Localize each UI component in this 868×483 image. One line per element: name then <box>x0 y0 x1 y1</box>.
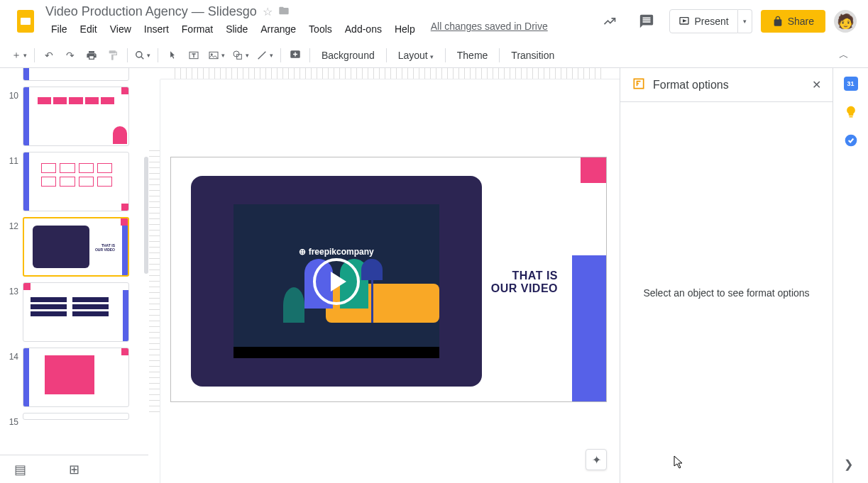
menu-arrange[interactable]: Arrange <box>255 21 302 38</box>
play-icon[interactable] <box>313 258 360 305</box>
present-label: Present <box>694 16 728 27</box>
slide-number: 14 <box>6 348 18 407</box>
format-options-panel: Format options ✕ Select an object to see… <box>620 68 833 483</box>
select-tool[interactable] <box>163 45 182 65</box>
menu-help[interactable]: Help <box>389 21 421 38</box>
zoom-button[interactable] <box>132 45 153 65</box>
format-options-icon <box>632 77 646 94</box>
format-empty-message: Select an object to see format options <box>643 287 809 299</box>
calendar-icon[interactable]: 31 <box>844 77 858 91</box>
tasks-icon[interactable] <box>844 133 858 148</box>
comments-icon[interactable] <box>632 7 661 35</box>
present-button[interactable]: Present <box>669 9 737 33</box>
slides-app-icon[interactable] <box>11 7 40 35</box>
save-status[interactable]: All changes saved in Drive <box>431 21 548 38</box>
svg-marker-3 <box>683 20 686 22</box>
horizontal-ruler <box>160 68 620 79</box>
side-panel: 31 ❯ <box>833 68 868 483</box>
slide-thumbnail-12-selected[interactable]: THAT ISOUR VIDEO <box>23 217 129 277</box>
transition-button[interactable]: Transition <box>504 50 561 61</box>
video-placeholder[interactable]: ⊕ freepikcompany <box>191 176 482 387</box>
menu-edit[interactable]: Edit <box>75 21 103 38</box>
app-header: Video Production Agency — Slidesgo ☆ Fil… <box>0 0 868 43</box>
vertical-ruler <box>149 79 160 483</box>
slide-number: 12 <box>6 217 18 277</box>
decoration-purple-bar <box>572 255 606 401</box>
menu-tools[interactable]: Tools <box>303 21 338 38</box>
slide-canvas[interactable]: ⊕ freepikcompany THAT IS OUR VIDEO <box>170 157 607 402</box>
slide-thumbnail-14[interactable] <box>23 348 129 407</box>
text-line-2: OUR VIDEO <box>491 282 558 295</box>
text-line-1: THAT IS <box>491 270 558 282</box>
canvas-area[interactable]: ⊕ freepikcompany THAT IS OUR VIDEO <box>149 68 620 483</box>
line-tool[interactable] <box>253 45 276 65</box>
new-slide-button[interactable]: ＋ <box>9 45 30 65</box>
format-panel-title: Format options <box>653 79 805 91</box>
slide-filmstrip[interactable]: 10 11 12 THAT ISOUR VIDEO 13 <box>0 68 149 483</box>
menu-addons[interactable]: Add-ons <box>339 21 388 38</box>
slide-thumbnail-11[interactable] <box>23 152 129 211</box>
slide-number: 11 <box>6 152 18 211</box>
redo-button[interactable]: ↷ <box>60 45 80 65</box>
image-tool[interactable] <box>205 45 228 65</box>
slide-thumbnail-15[interactable] <box>23 413 129 420</box>
menu-insert[interactable]: Insert <box>138 21 175 38</box>
present-dropdown[interactable]: ▾ <box>738 9 752 33</box>
menu-format[interactable]: Format <box>176 21 219 38</box>
toolbar: ＋ ↶ ↷ Background Layout Theme Transition… <box>0 43 868 68</box>
theme-button[interactable]: Theme <box>450 50 495 61</box>
grid-view-icon[interactable]: ⊞ <box>69 462 79 477</box>
filmstrip-scrollbar[interactable] <box>144 157 148 274</box>
keep-icon[interactable] <box>844 105 858 119</box>
close-icon[interactable]: ✕ <box>812 78 821 91</box>
slide-text-block[interactable]: THAT IS OUR VIDEO <box>491 270 558 295</box>
svg-point-4 <box>136 51 142 57</box>
show-side-panel-icon[interactable]: ❯ <box>844 457 858 472</box>
svg-rect-1 <box>21 18 31 25</box>
filmstrip-view-icon[interactable]: ▤ <box>14 462 26 477</box>
star-icon[interactable]: ☆ <box>263 5 273 18</box>
background-button[interactable]: Background <box>314 50 382 61</box>
slide-thumbnail[interactable] <box>23 68 129 81</box>
textbox-tool[interactable] <box>184 45 204 65</box>
video-logo-text: ⊕ freepikcompany <box>299 247 373 257</box>
activity-icon[interactable] <box>595 7 624 35</box>
menu-view[interactable]: View <box>104 21 137 38</box>
svg-line-11 <box>258 51 266 59</box>
layout-button[interactable]: Layout <box>391 50 441 61</box>
menu-file[interactable]: File <box>45 21 73 38</box>
document-title[interactable]: Video Production Agency — Slidesgo <box>45 4 257 19</box>
slide-thumbnail-10[interactable] <box>23 87 129 146</box>
view-bar: ▤ ⊞ <box>0 455 149 483</box>
svg-point-9 <box>234 51 239 57</box>
explore-button[interactable]: ✦ <box>586 449 607 470</box>
collapse-toolbar-icon[interactable]: ︿ <box>834 45 854 65</box>
share-button[interactable]: Share <box>761 10 825 33</box>
decoration-pink-square <box>581 157 606 183</box>
slide-number: 10 <box>6 87 18 146</box>
menu-slide[interactable]: Slide <box>220 21 253 38</box>
undo-button[interactable]: ↶ <box>39 45 59 65</box>
shape-tool[interactable] <box>229 45 252 65</box>
move-folder-icon[interactable] <box>278 5 290 19</box>
print-button[interactable] <box>82 45 101 65</box>
slide-number: 15 <box>6 413 18 427</box>
slide-number: 13 <box>6 282 18 342</box>
comment-tool[interactable] <box>285 45 305 65</box>
account-avatar[interactable]: 🧑 <box>834 10 857 33</box>
menu-bar: File Edit View Insert Format Slide Arran… <box>45 21 595 38</box>
title-area: Video Production Agency — Slidesgo ☆ Fil… <box>45 4 595 38</box>
share-label: Share <box>788 16 814 27</box>
slide-thumbnail-13[interactable] <box>23 282 129 342</box>
svg-line-5 <box>141 56 144 59</box>
paint-format-button[interactable] <box>103 45 123 65</box>
